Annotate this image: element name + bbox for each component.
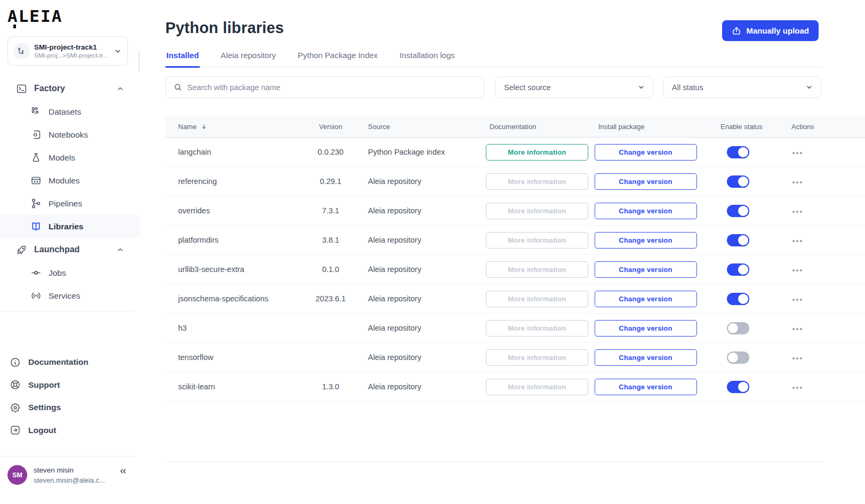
project-selector[interactable]: SMI-project-track1 SMI-proj...>SMI-proje… [7, 36, 128, 66]
row-actions-menu[interactable] [791, 207, 803, 216]
logout-icon [10, 425, 21, 436]
enable-toggle[interactable] [727, 146, 749, 158]
package-name: h3 [165, 324, 309, 332]
more-information-button[interactable]: More information [486, 349, 588, 366]
source-select[interactable]: Select source [495, 76, 653, 98]
table-bottom-divider [165, 461, 822, 462]
enable-status-cell [702, 175, 774, 188]
row-actions-menu[interactable] [791, 295, 803, 304]
sidebar-item-services[interactable]: Services [0, 284, 140, 307]
enable-toggle[interactable] [727, 293, 749, 305]
sidebar-item-libraries[interactable]: Libraries [0, 215, 140, 238]
source-select-value: Select source [504, 83, 551, 92]
sidebar-item-support[interactable]: Support [0, 374, 140, 397]
manually-upload-button[interactable]: Manually upload [722, 20, 819, 41]
install-package-cell: Change version [589, 320, 702, 337]
tab-installed[interactable]: Installed [165, 51, 200, 67]
more-information-button[interactable]: More information [486, 144, 588, 161]
row-actions-menu[interactable] [791, 325, 803, 333]
sidebar-item-documentation[interactable]: Documentation [0, 351, 140, 374]
sort-desc-icon[interactable] [201, 123, 207, 130]
sidebar-divider [0, 311, 134, 311]
change-version-button[interactable]: Change version [595, 261, 697, 278]
search-box[interactable] [165, 76, 484, 98]
row-actions-menu[interactable] [791, 354, 803, 363]
user-email: steven.misin@aleia.c... [34, 476, 105, 484]
column-header-name[interactable]: Name [165, 123, 309, 131]
toggle-knob [738, 382, 748, 392]
more-information-button[interactable]: More information [486, 291, 588, 307]
tab-python-package-index[interactable]: Python Package Index [297, 51, 379, 67]
sidebar-section-label: Factory [34, 84, 65, 93]
sidebar-item-modules[interactable]: Modules [0, 169, 140, 192]
actions-cell [774, 265, 865, 275]
more-information-button[interactable]: More information [486, 261, 588, 278]
more-information-button[interactable]: More information [486, 203, 588, 219]
enable-toggle[interactable] [727, 351, 749, 364]
install-package-cell: Change version [589, 349, 702, 366]
change-version-button[interactable]: Change version [595, 379, 697, 395]
table-row-urllib3-secure-extra: urllib3-secure-extra0.1.0Aleia repositor… [165, 255, 865, 284]
toggle-knob [738, 235, 748, 245]
chevron-up-icon[interactable] [116, 246, 124, 254]
chevron-up-icon[interactable] [116, 85, 124, 93]
more-information-button[interactable]: More information [486, 173, 588, 190]
change-version-button[interactable]: Change version [595, 144, 697, 161]
sidebar-section-launchpad[interactable]: Launchpad [0, 238, 140, 261]
upload-button-label: Manually upload [746, 26, 809, 35]
more-information-button[interactable]: More information [486, 320, 588, 337]
package-name: urllib3-secure-extra [165, 265, 309, 274]
tab-installation-logs[interactable]: Installation logs [398, 51, 455, 67]
more-information-button[interactable]: More information [486, 379, 588, 395]
column-header-source: Source [352, 123, 485, 131]
sidebar: ALEIA SMI-project-track1 SMI-proj...>SMI… [0, 0, 140, 504]
sidebar-item-jobs[interactable]: Jobs [0, 261, 140, 284]
change-version-button[interactable]: Change version [595, 349, 697, 366]
search-input[interactable] [187, 83, 476, 92]
package-source: Aleia repository [352, 353, 485, 362]
row-actions-menu[interactable] [791, 237, 803, 245]
table-row-scikit-learn: scikit-learn1.3.0Aleia repositoryMore in… [165, 372, 865, 402]
change-version-button[interactable]: Change version [595, 203, 697, 219]
sidebar-item-label: Libraries [49, 222, 83, 231]
table-row-tensorflow: tensorflowAleia repositoryMore informati… [165, 343, 865, 372]
enable-status-cell [702, 293, 774, 305]
enable-status-cell [702, 234, 774, 246]
sidebar-item-settings[interactable]: Settings [0, 396, 140, 419]
enable-toggle[interactable] [727, 234, 749, 246]
enable-toggle[interactable] [727, 263, 749, 276]
row-actions-menu[interactable] [791, 266, 803, 275]
package-source: Aleia repository [352, 236, 485, 244]
row-actions-menu[interactable] [791, 178, 803, 187]
enable-toggle[interactable] [727, 205, 749, 217]
sidebar-item-models[interactable]: Models [0, 146, 140, 169]
collapse-sidebar-icon[interactable] [118, 466, 128, 476]
sidebar-item-label: Support [28, 380, 60, 390]
row-actions-menu[interactable] [791, 383, 803, 392]
change-version-button[interactable]: Change version [595, 320, 697, 337]
actions-cell [774, 235, 865, 245]
table-row-referencing: referencing0.29.1Aleia repositoryMore in… [165, 167, 865, 196]
enable-status-cell [702, 351, 774, 364]
change-version-button[interactable]: Change version [595, 173, 697, 190]
more-information-button[interactable]: More information [486, 232, 588, 249]
tab-aleia-repository[interactable]: Aleia repository [220, 51, 277, 67]
change-version-button[interactable]: Change version [595, 291, 697, 307]
terminal-icon [16, 83, 27, 94]
sidebar-item-pipelines[interactable]: Pipelines [0, 192, 140, 215]
enable-toggle[interactable] [727, 322, 749, 334]
package-name: overrides [165, 206, 309, 215]
sidebar-section-factory[interactable]: Factory [0, 77, 140, 100]
enable-status-cell [702, 322, 774, 334]
sidebar-item-logout[interactable]: Logout [0, 419, 140, 442]
package-source: Aleia repository [352, 177, 485, 186]
enable-toggle[interactable] [727, 175, 749, 188]
actions-cell [774, 294, 865, 304]
enable-toggle[interactable] [727, 381, 749, 393]
sidebar-item-notebooks[interactable]: Notebooks [0, 123, 140, 146]
row-actions-menu[interactable] [791, 149, 803, 157]
user-profile[interactable]: SM steven misin steven.misin@aleia.c... [0, 457, 140, 485]
change-version-button[interactable]: Change version [595, 232, 697, 249]
status-select[interactable]: All status [663, 76, 821, 98]
sidebar-item-datasets[interactable]: Datasets [0, 100, 140, 123]
